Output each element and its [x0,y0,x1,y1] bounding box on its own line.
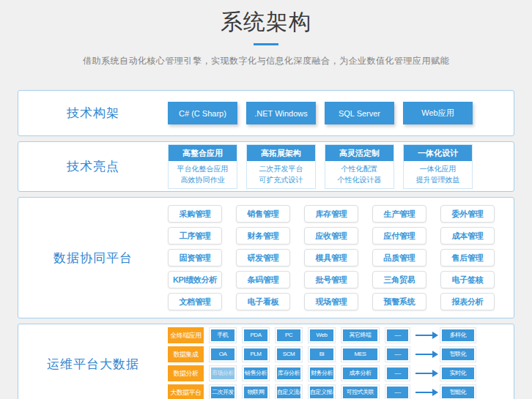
bigdata-cell: 其它终端 [341,327,380,343]
bigdata-cell: 财务分析 [308,365,336,381]
highlight-card-line: 可扩充式设计 [247,174,315,185]
bigdata-cell: 自定义流程 [275,384,303,399]
module-pill[interactable]: 应收管理 [304,227,358,245]
bigdata-cell: MES [341,346,380,362]
section-bigdata: 运维平台大数据 全终端应用 手机 PDA PC Web 其它终端 ---- 多样… [18,324,514,399]
module-pill[interactable]: 财务管理 [236,227,290,245]
tech-button-web[interactable]: Web应用 [403,102,473,124]
section-bigdata-label: 运维平台大数据 [18,324,168,399]
module-pill[interactable]: 销售管理 [236,205,290,223]
flow-arrow-icon [415,335,433,336]
bigdata-cell: 物联网 [242,384,270,399]
bigdata-result-cell: 智联化 [440,346,476,362]
module-pill[interactable]: 研发管理 [236,249,290,266]
highlight-card-flexible: 高灵活定制 个性化配置 个性化设计器 [325,144,394,189]
bigdata-cell: 销售分析 [242,365,270,381]
module-pill[interactable]: 应付管理 [372,227,426,245]
tech-button-sqlserver[interactable]: SQL Server [325,102,394,124]
highlight-cards: 高整合应用 平台化整合应用 高效协同作业 高拓展架构 二次开发平台 可扩充式设计… [168,142,514,191]
bigdata-cell: OA [209,346,237,362]
module-pill[interactable]: 现场管理 [304,293,358,310]
highlight-card-title: 一体化设计 [404,145,472,161]
bigdata-category-tag: 全终端应用 [168,327,204,343]
module-pill[interactable]: 品质管理 [372,249,426,266]
bigdata-row-terminals: 全终端应用 手机 PDA PC Web 其它终端 ---- 多样化 [168,327,514,343]
bigdata-cell-more: ---- [385,365,410,381]
section-collab-label: 数据协同平台 [18,198,168,318]
bigdata-cell: 二次开发 [209,384,237,399]
bigdata-cell-more: ---- [385,327,410,343]
bigdata-cell: 自定义报表 [308,384,336,399]
bigdata-result-cell: 智能化 [440,384,476,399]
module-pill[interactable]: 报表分析 [440,293,495,310]
bigdata-result-cell: 实时化 [440,365,476,381]
bigdata-cell: 可控式关联 [341,384,380,399]
module-pill[interactable]: KPI绩效分析 [168,271,222,288]
bigdata-result-cell: 多样化 [440,327,476,343]
module-pill[interactable]: 模具管理 [304,249,358,266]
bigdata-category-tag: 大数据平台 [168,384,204,399]
bigdata-cell: 市场分析 [209,365,237,381]
module-pill[interactable]: 电子签核 [440,271,495,288]
tech-stack-buttons: C# (C Sharp) .NET Windows SQL Server Web… [168,91,514,135]
highlight-card-integration: 高整合应用 平台化整合应用 高效协同作业 [168,144,237,189]
highlight-card-line: 高效协同作业 [169,174,237,185]
module-pill[interactable]: 售后管理 [440,249,495,266]
bigdata-cell: PDA [242,327,270,343]
page-title: 系统架构 [0,9,532,35]
highlight-card-unified: 一体化设计 一体化应用 提升管理效益 [403,144,473,189]
section-tech-stack-label: 技术构架 [18,91,168,135]
highlight-card-line: 个性化设计器 [325,174,394,185]
module-pill[interactable]: 电子看板 [236,293,290,310]
highlight-card-line: 平台化整合应用 [169,163,237,174]
module-pill[interactable]: 工序管理 [168,227,222,245]
tech-button-dotnet[interactable]: .NET Windows [246,102,316,124]
bigdata-row-platform: 大数据平台 二次开发 物联网 自定义流程 自定义报表 可控式关联 ---- 智能… [168,384,514,399]
module-pill[interactable]: 采购管理 [168,205,222,223]
section-highlights-label: 技术亮点 [18,142,168,191]
highlight-card-extensible: 高拓展架构 二次开发平台 可扩充式设计 [246,144,316,189]
bigdata-cell: SCM [275,346,303,362]
bigdata-cell: Web [308,327,336,343]
module-pill[interactable]: 库存管理 [304,205,358,223]
flow-arrow-icon [415,373,433,374]
sections-wrapper: 技术构架 C# (C Sharp) .NET Windows SQL Serve… [18,90,514,399]
section-highlights: 技术亮点 高整合应用 平台化整合应用 高效协同作业 高拓展架构 二次开发平台 可… [18,141,514,192]
flow-arrow-icon [415,392,433,393]
section-collab-platform: 数据协同平台 采购管理 销售管理 库存管理 生产管理 委外管理 工序管理 财务管… [18,197,514,318]
module-pill[interactable]: 生产管理 [372,205,426,223]
module-pill[interactable]: 预警系统 [372,293,426,310]
page-header: 系统架构 借助系统自动化核心管理引擎，实现数字化与信息化深度融合，为企业数值化管… [0,0,532,67]
module-pill[interactable]: 委外管理 [440,205,495,223]
highlight-card-line: 二次开发平台 [247,163,315,174]
highlight-card-line: 提升管理效益 [404,174,472,185]
highlight-card-title: 高拓展架构 [247,145,315,161]
module-pill[interactable]: 成本管理 [440,227,495,245]
module-pill[interactable]: 批号管理 [304,271,358,288]
flow-arrow-icon [415,354,433,355]
bigdata-cell: PLM [242,346,270,362]
highlight-card-line: 一体化应用 [404,163,472,174]
section-tech-stack: 技术构架 C# (C Sharp) .NET Windows SQL Serve… [18,90,514,136]
highlight-card-title: 高灵活定制 [325,145,394,161]
module-pill[interactable]: 文档管理 [168,293,222,310]
bigdata-row-integration: 数据集成 OA PLM SCM BI MES ---- 智联化 [168,346,514,362]
system-architecture-page: 系统架构 借助系统自动化核心管理引擎，实现数字化与信息化深度融合，为企业数值化管… [0,0,532,399]
bigdata-cell: BI [308,346,336,362]
module-pill[interactable]: 固资管理 [168,249,222,266]
module-pill[interactable]: 条码管理 [236,271,290,288]
bigdata-cell: 成本分析 [341,365,380,381]
bigdata-row-analysis: 数据分析 市场分析 销售分析 库存分析 财务分析 成本分析 ---- 实时化 [168,365,514,381]
tech-button-csharp[interactable]: C# (C Sharp) [168,102,237,124]
module-pill[interactable]: 三角贸易 [372,271,426,288]
bigdata-cell: 库存分析 [275,365,303,381]
collab-module-grid: 采购管理 销售管理 库存管理 生产管理 委外管理 工序管理 财务管理 应收管理 … [168,198,514,318]
bigdata-cell-more: ---- [385,384,410,399]
bigdata-category-tag: 数据集成 [168,346,204,362]
bigdata-category-tag: 数据分析 [168,365,204,381]
bigdata-flow-rows: 全终端应用 手机 PDA PC Web 其它终端 ---- 多样化 数据集成 O… [168,324,514,399]
bigdata-cell: PC [275,327,303,343]
highlight-card-title: 高整合应用 [169,145,237,161]
title-underline [254,43,278,45]
highlight-card-line: 个性化配置 [325,163,394,174]
